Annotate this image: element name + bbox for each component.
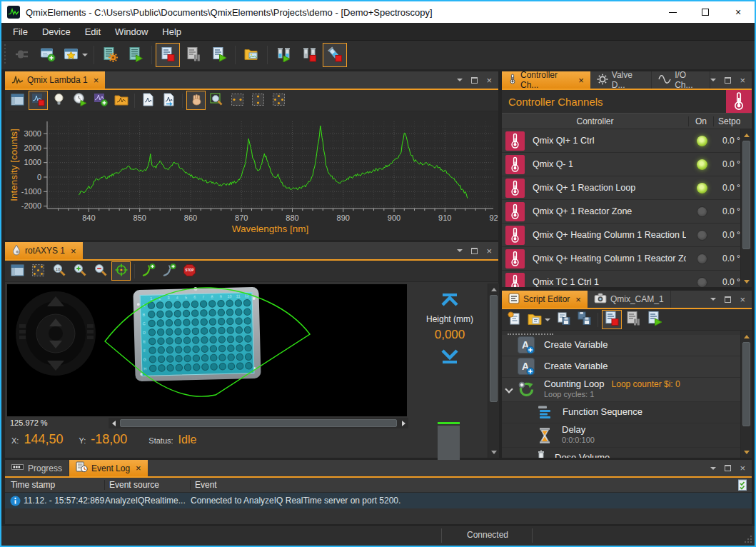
column-event-source[interactable]: Event source bbox=[105, 480, 191, 490]
panel-menu-icon[interactable] bbox=[710, 79, 716, 81]
record-stop-button[interactable] bbox=[29, 91, 48, 110]
on-led[interactable] bbox=[686, 277, 717, 288]
script-play-button[interactable] bbox=[645, 310, 665, 329]
on-led[interactable] bbox=[686, 230, 717, 241]
save-script-button[interactable] bbox=[554, 310, 573, 329]
zoom-out-button[interactable] bbox=[91, 261, 110, 281]
script-step-function-sequence[interactable]: Function Sequence bbox=[502, 402, 740, 423]
spectrum-chart[interactable]: -2000-1000010002000300084085086087088089… bbox=[5, 111, 498, 240]
spectrum-folder-button[interactable] bbox=[111, 91, 131, 110]
menu-file[interactable]: File bbox=[6, 24, 35, 39]
move-xy-button[interactable] bbox=[138, 261, 158, 281]
process-run-button[interactable] bbox=[124, 43, 148, 67]
script-stop-button[interactable] bbox=[156, 43, 180, 67]
horizontal-scrollbar[interactable] bbox=[109, 418, 408, 428]
open-script-button[interactable] bbox=[525, 310, 553, 329]
tab-qmix-lambda-1[interactable]: Qmix Lambda 1 × bbox=[5, 71, 105, 89]
new-script-button[interactable] bbox=[505, 310, 524, 329]
float-panel-icon[interactable] bbox=[471, 248, 478, 254]
zoom-in-button[interactable] bbox=[70, 261, 89, 281]
scrollbar-thumb[interactable] bbox=[742, 141, 750, 249]
menu-window[interactable]: Window bbox=[108, 24, 155, 39]
scroll-down-icon[interactable] bbox=[744, 280, 750, 283]
tab-rotaxys-1[interactable]: rotAXYS 1 × bbox=[5, 242, 83, 259]
zoom-box-button[interactable] bbox=[207, 91, 226, 110]
script-pause-button[interactable] bbox=[623, 310, 643, 329]
script-step-create-variable[interactable]: ACreate Variable bbox=[502, 335, 740, 356]
pump-stop-all-button[interactable] bbox=[323, 43, 347, 67]
bulb-button[interactable] bbox=[49, 91, 69, 110]
toolbar-grip[interactable] bbox=[3, 44, 8, 66]
tab-i-o-ch[interactable]: I/O Ch... bbox=[652, 71, 710, 89]
close-icon[interactable]: × bbox=[136, 463, 141, 473]
script-stop-button[interactable] bbox=[602, 310, 622, 329]
controller-row[interactable]: Qmix Q+ 1 Reaction Loop0.0 °C bbox=[502, 176, 752, 200]
vertical-scrollbar[interactable] bbox=[488, 283, 499, 458]
controller-row[interactable]: Qmix QI+ 1 Ctrl0.0 °C bbox=[502, 129, 752, 153]
float-panel-icon[interactable] bbox=[725, 465, 731, 471]
rotaxys-workspace-view[interactable]: 123456789101112ABCDEFGH bbox=[7, 284, 407, 416]
on-led[interactable] bbox=[686, 254, 717, 264]
panel-menu-icon[interactable] bbox=[457, 79, 463, 81]
on-led[interactable] bbox=[686, 206, 717, 217]
close-button[interactable]: × bbox=[722, 1, 755, 23]
script-play-button[interactable] bbox=[207, 43, 231, 67]
list-check-icon[interactable] bbox=[737, 479, 748, 491]
column-time-stamp[interactable]: Time stamp bbox=[5, 480, 105, 490]
panel-menu-icon[interactable] bbox=[457, 249, 463, 252]
scrollbar-thumb[interactable] bbox=[490, 295, 498, 402]
on-led[interactable] bbox=[686, 136, 717, 146]
doc-spectrum-button[interactable] bbox=[138, 91, 158, 110]
collapse-icon[interactable] bbox=[505, 385, 513, 393]
close-panel-icon[interactable]: × bbox=[740, 463, 745, 473]
favorites-window-button[interactable] bbox=[61, 43, 90, 67]
scroll-right-icon[interactable] bbox=[398, 421, 408, 426]
move-z-button[interactable] bbox=[159, 261, 178, 281]
script-step-delay[interactable]: Delay0:0:0:100 bbox=[502, 423, 740, 448]
scrollbar-thumb[interactable] bbox=[120, 419, 397, 427]
close-icon[interactable]: × bbox=[578, 76, 584, 85]
close-panel-icon[interactable]: × bbox=[486, 76, 492, 85]
vertical-scrollbar[interactable] bbox=[740, 331, 752, 458]
event-log-row[interactable]: 11.12. - 15:57:42:869AnalyzeIQRealtime..… bbox=[5, 493, 752, 508]
tab-script-editor[interactable]: Script Editor× bbox=[502, 291, 588, 308]
close-icon[interactable]: × bbox=[575, 295, 581, 304]
panel-menu-icon[interactable] bbox=[710, 467, 716, 470]
on-led[interactable] bbox=[686, 183, 717, 194]
column-controller[interactable]: Controller bbox=[502, 116, 689, 126]
menu-help[interactable]: Help bbox=[155, 24, 188, 39]
panel-button[interactable] bbox=[8, 91, 27, 110]
fit-view-button[interactable] bbox=[29, 261, 48, 281]
script-step-dose-volume[interactable]: Dose Volume bbox=[502, 448, 740, 458]
save-as-button[interactable] bbox=[575, 310, 594, 329]
script-pause-button[interactable] bbox=[181, 43, 206, 67]
scroll-down-icon[interactable] bbox=[491, 451, 497, 454]
close-panel-icon[interactable]: × bbox=[740, 76, 745, 85]
close-panel-icon[interactable]: × bbox=[486, 246, 492, 256]
scroll-left-icon[interactable] bbox=[109, 421, 119, 426]
panel-menu-icon[interactable] bbox=[710, 298, 716, 301]
tab-valve-d[interactable]: Valve D... bbox=[590, 71, 652, 89]
connect-button[interactable] bbox=[10, 43, 34, 67]
move-to-bottom-icon[interactable] bbox=[440, 348, 460, 366]
tab-qmix-cam-1[interactable]: Qmix_CAM_1 bbox=[588, 291, 671, 308]
controller-row[interactable]: Qmix Q+ 1 Reactor Zone0.0 °C bbox=[502, 200, 752, 224]
scrollbar-thumb[interactable] bbox=[742, 342, 750, 426]
minimize-button[interactable] bbox=[656, 1, 689, 23]
tab-progress[interactable]: Progress bbox=[5, 460, 69, 476]
panel-button[interactable] bbox=[8, 261, 27, 281]
controller-row[interactable]: Qmix Q+ Heating Column 1 Reaction Loop0.… bbox=[502, 224, 752, 247]
process-config-button[interactable] bbox=[98, 43, 122, 67]
scroll-down-icon[interactable] bbox=[744, 451, 750, 454]
script-step-counting-loop[interactable]: Counting LoopLoop counter $i: 0Loop cycl… bbox=[502, 378, 740, 402]
close-icon[interactable]: × bbox=[71, 246, 76, 256]
controller-row[interactable]: Qmix Q- 10.0 °C bbox=[502, 153, 752, 176]
resize-grip[interactable] bbox=[744, 535, 752, 543]
script-step-create-variable[interactable]: ACreate Variable bbox=[502, 356, 740, 378]
tab-controller-ch[interactable]: Controller Ch...× bbox=[502, 71, 590, 89]
zoom-h-button[interactable] bbox=[228, 91, 247, 110]
spectrum-add-button[interactable] bbox=[91, 91, 110, 110]
controller-row[interactable]: Qmix Q+ Heating Column 1 Reactor Zone0.0… bbox=[502, 247, 752, 271]
menu-device[interactable]: Device bbox=[35, 24, 78, 39]
column-setpoint[interactable]: Setpoi bbox=[714, 116, 740, 126]
